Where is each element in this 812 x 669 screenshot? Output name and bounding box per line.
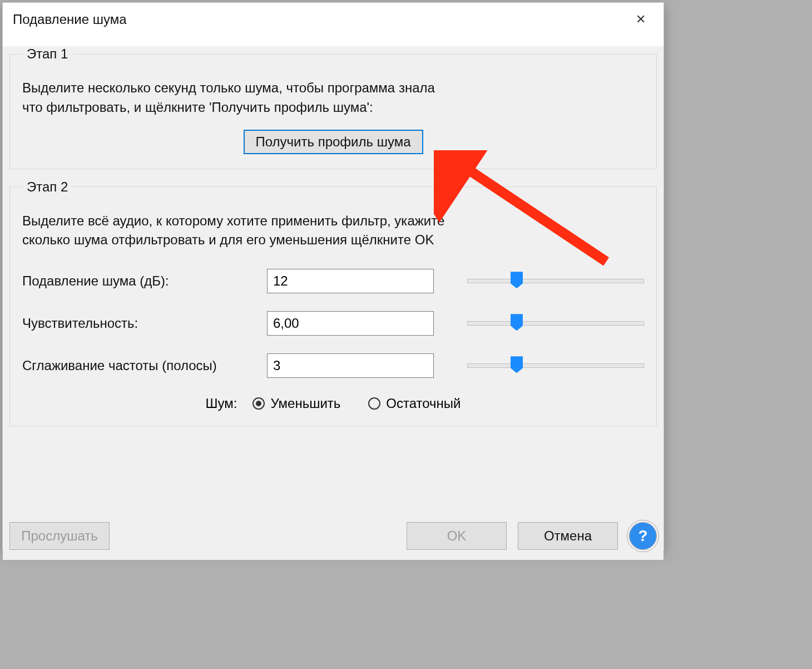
sensitivity-label: Чувствительность: bbox=[22, 316, 267, 331]
noise-residual-label: Остаточный bbox=[386, 396, 461, 411]
noise-reduce-radio[interactable]: Уменьшить bbox=[252, 396, 340, 411]
noise-reduce-label: Уменьшить bbox=[270, 396, 340, 411]
step1-group: Этап 1 Выделите несколько секунд только … bbox=[9, 46, 657, 169]
sensitivity-input[interactable] bbox=[267, 311, 434, 336]
noise-reduction-slider[interactable] bbox=[467, 273, 644, 289]
step1-legend: Этап 1 bbox=[22, 46, 72, 62]
noise-mode-row: Шум: Уменьшить Остаточный bbox=[22, 396, 644, 411]
radio-checked-icon bbox=[252, 397, 265, 410]
get-noise-profile-button[interactable]: Получить профиль шума bbox=[244, 130, 423, 154]
param-freq-smoothing: Сглаживание частоты (полосы) bbox=[22, 353, 644, 378]
dialog-body: Этап 1 Выделите несколько секунд только … bbox=[3, 46, 664, 560]
step1-instructions: Выделите несколько секунд только шума, ч… bbox=[22, 78, 644, 117]
close-icon[interactable]: ✕ bbox=[628, 9, 653, 29]
preview-button[interactable]: Прослушать bbox=[9, 522, 110, 550]
radio-unchecked-icon bbox=[368, 397, 380, 410]
noise-reduction-label: Подавление шума (дБ): bbox=[22, 273, 267, 289]
help-icon[interactable]: ? bbox=[629, 522, 657, 550]
noise-reduction-dialog: Подавление шума ✕ Этап 1 Выделите нескол… bbox=[2, 2, 664, 550]
step2-group: Этап 2 Выделите всё аудио, к которому хо… bbox=[9, 179, 657, 427]
noise-residual-radio[interactable]: Остаточный bbox=[368, 396, 461, 411]
param-sensitivity: Чувствительность: bbox=[22, 311, 644, 336]
noise-lead-label: Шум: bbox=[205, 396, 237, 411]
step2-legend: Этап 2 bbox=[22, 179, 72, 195]
freq-smoothing-slider[interactable] bbox=[467, 357, 644, 374]
dialog-title: Подавление шума bbox=[13, 12, 628, 27]
sensitivity-slider[interactable] bbox=[467, 315, 644, 332]
freq-smoothing-input[interactable] bbox=[267, 353, 434, 378]
noise-reduction-input[interactable] bbox=[267, 269, 434, 293]
param-noise-reduction: Подавление шума (дБ): bbox=[22, 269, 644, 293]
cancel-button[interactable]: Отмена bbox=[518, 522, 618, 550]
ok-button[interactable]: OK bbox=[407, 522, 507, 550]
titlebar: Подавление шума ✕ bbox=[3, 3, 664, 36]
dialog-footer: Прослушать OK Отмена ? bbox=[9, 522, 657, 550]
freq-smoothing-label: Сглаживание частоты (полосы) bbox=[22, 358, 267, 373]
step2-instructions: Выделите всё аудио, к которому хотите пр… bbox=[22, 211, 644, 250]
